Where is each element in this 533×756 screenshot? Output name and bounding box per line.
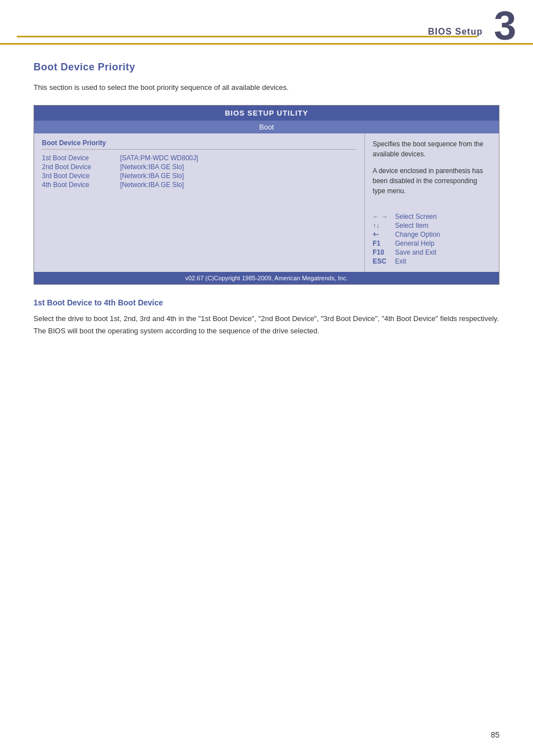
boot-device-name: 3rd Boot Device (42, 172, 120, 180)
key-symbol: ↑↓ (373, 222, 395, 229)
key-row: ESCExit (373, 257, 491, 265)
boot-device-name: 1st Boot Device (42, 154, 120, 162)
boot-device-value: [Network:IBA GE Slo] (120, 163, 184, 171)
key-row: F10Save and Exit (373, 248, 491, 256)
key-action: Select Screen (395, 213, 437, 221)
key-action: Change Option (395, 231, 440, 238)
bios-utility-table: BIOS SETUP UTILITY Boot Boot Device Prio… (34, 105, 499, 285)
boot-device-value: [SATA:PM-WDC WD800J] (120, 154, 198, 162)
boot-device-row: 3rd Boot Device[Network:IBA GE Slo] (42, 172, 356, 180)
boot-device-value: [Network:IBA GE Slo] (120, 181, 184, 189)
bios-setup-label: BIOS Setup (428, 27, 483, 37)
bios-subtitle: Boot (34, 121, 499, 133)
key-symbol: F1 (373, 240, 395, 247)
boot-device-list: 1st Boot Device[SATA:PM-WDC WD800J]2nd B… (42, 154, 356, 189)
bios-title: BIOS SETUP UTILITY (34, 106, 499, 121)
chapter-number: 3 (494, 6, 516, 46)
bios-footer: v02.67 (C)Copyright 1985-2009, American … (34, 272, 499, 284)
boot-device-row: 4th Boot Device[Network:IBA GE Slo] (42, 181, 356, 189)
key-row: +-Change Option (373, 231, 491, 238)
key-action: General Help (395, 240, 435, 247)
boot-device-row: 2nd Boot Device[Network:IBA GE Slo] (42, 163, 356, 171)
key-action: Exit (395, 257, 406, 265)
key-symbol: F10 (373, 248, 395, 256)
boot-device-name: 2nd Boot Device (42, 163, 120, 171)
page-number: 85 (491, 730, 499, 739)
key-legend: ← →Select Screen↑↓Select Item+-Change Op… (373, 213, 491, 265)
key-action: Select Item (395, 222, 429, 229)
intro-text: This section is used to select the boot … (34, 82, 499, 94)
bios-left-panel: Boot Device Priority 1st Boot Device[SAT… (34, 133, 365, 272)
boot-device-row: 1st Boot Device[SATA:PM-WDC WD800J] (42, 154, 356, 162)
main-content: Boot Device Priority This section is use… (0, 45, 533, 360)
bios-body: Boot Device Priority 1st Boot Device[SAT… (34, 133, 499, 272)
right-description-1: Specifies the boot sequence from the ava… (373, 139, 491, 159)
key-action: Save and Exit (395, 248, 436, 256)
subsection-body: Select the drive to boot 1st, 2nd, 3rd a… (34, 313, 499, 337)
key-row: ↑↓Select Item (373, 222, 491, 229)
bios-right-panel: Specifies the boot sequence from the ava… (365, 133, 499, 272)
page-header: BIOS Setup 3 (0, 0, 533, 45)
boot-device-priority-label: Boot Device Priority (42, 139, 356, 150)
key-row: ← →Select Screen (373, 213, 491, 221)
subsection-title: 1st Boot Device to 4th Boot Device (34, 298, 499, 307)
key-symbol: +- (373, 231, 395, 238)
right-description-2: A device enclosed in parenthesis has bee… (373, 166, 491, 196)
boot-device-name: 4th Boot Device (42, 181, 120, 189)
section-title: Boot Device Priority (34, 61, 499, 73)
header-line (17, 36, 477, 37)
key-symbol: ESC (373, 257, 395, 265)
boot-device-value: [Network:IBA GE Slo] (120, 172, 184, 180)
key-symbol: ← → (373, 213, 395, 221)
key-row: F1General Help (373, 240, 491, 247)
